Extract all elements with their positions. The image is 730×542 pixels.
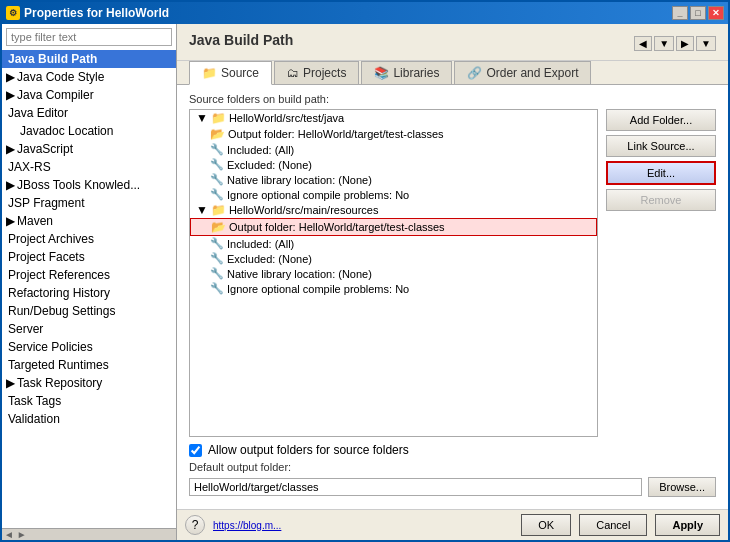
tree-item-excluded2[interactable]: 🔧 Excluded: (None) <box>190 251 597 266</box>
sidebar-item-javadoc[interactable]: Javadoc Location <box>2 122 176 140</box>
panel-title: Java Build Path <box>189 32 293 48</box>
sidebar-item-java-compiler[interactable]: ▶ Java Compiler <box>2 86 176 104</box>
tab-projects[interactable]: 🗂 Projects <box>274 61 359 84</box>
sidebar-scroll-info: ◄ ► <box>4 529 27 540</box>
folder-icon: 📁 <box>211 203 226 217</box>
edit-button[interactable]: Edit... <box>606 161 716 185</box>
tab-libraries-label: Libraries <box>393 66 439 80</box>
ok-button[interactable]: OK <box>521 514 571 536</box>
sidebar-item-targeted-runtimes[interactable]: Targeted Runtimes <box>2 356 176 374</box>
nav-forward-button[interactable]: ▶ <box>676 36 694 51</box>
right-panel: Java Build Path ◀ ▼ ▶ ▼ 📁 Source 🗂 <box>177 24 728 540</box>
sidebar-item-jboss[interactable]: ▶ JBoss Tools Knowled... <box>2 176 176 194</box>
filter-input[interactable] <box>6 28 172 46</box>
sidebar-label: Java Code Style <box>17 70 104 84</box>
sidebar-item-service-policies[interactable]: Service Policies <box>2 338 176 356</box>
tree-item-src-test-java[interactable]: ▼ 📁 HelloWorld/src/test/java <box>190 110 597 126</box>
tree-item-excluded[interactable]: 🔧 Excluded: (None) <box>190 157 597 172</box>
tree-text: HelloWorld/src/test/java <box>229 112 344 124</box>
tree-item-native-lib[interactable]: 🔧 Native library location: (None) <box>190 172 597 187</box>
browse-button[interactable]: Browse... <box>648 477 716 497</box>
sidebar-item-jax-rs[interactable]: JAX-RS <box>2 158 176 176</box>
output-folder-input[interactable] <box>189 478 642 496</box>
close-button[interactable]: ✕ <box>708 6 724 20</box>
tree-item-native-lib2[interactable]: 🔧 Native library location: (None) <box>190 266 597 281</box>
sidebar-item-project-facets[interactable]: Project Facets <box>2 248 176 266</box>
minimize-button[interactable]: _ <box>672 6 688 20</box>
content-area: Source folders on build path: ▼ 📁 HelloW… <box>177 85 728 509</box>
apply-button[interactable]: Apply <box>655 514 720 536</box>
sidebar-label: JavaScript <box>17 142 73 156</box>
tree-item-ignore-compile2[interactable]: 🔧 Ignore optional compile problems: No <box>190 281 597 296</box>
window-title: Properties for HelloWorld <box>24 6 169 20</box>
sidebar-item-project-references[interactable]: Project References <box>2 266 176 284</box>
nav-forward-dropdown-button[interactable]: ▼ <box>696 36 716 51</box>
output-folder-label: Default output folder: <box>189 461 716 473</box>
sidebar-arrow: ▶ <box>6 142 15 156</box>
nav-back-button[interactable]: ◀ <box>634 36 652 51</box>
remove-button[interactable]: Remove <box>606 189 716 211</box>
tab-order-export[interactable]: 🔗 Order and Export <box>454 61 591 84</box>
sidebar: Java Build Path ▶ Java Code Style ▶ Java… <box>2 24 177 540</box>
sidebar-label: Server <box>8 322 43 336</box>
tab-source[interactable]: 📁 Source <box>189 61 272 85</box>
sidebar-arrow: ▶ <box>6 88 15 102</box>
tree-scroll[interactable]: ▼ 📁 HelloWorld/src/test/java 📂 Output fo… <box>190 110 597 436</box>
help-button[interactable]: ? <box>185 515 205 535</box>
sidebar-label: Validation <box>8 412 60 426</box>
sidebar-label: JBoss Tools Knowled... <box>17 178 140 192</box>
sidebar-item-maven[interactable]: ▶ Maven <box>2 212 176 230</box>
sidebar-item-jsp-fragment[interactable]: JSP Fragment <box>2 194 176 212</box>
output-folder-row: Default output folder: Browse... <box>189 461 716 501</box>
sidebar-item-refactoring-history[interactable]: Refactoring History <box>2 284 176 302</box>
cancel-button[interactable]: Cancel <box>579 514 647 536</box>
maximize-button[interactable]: □ <box>690 6 706 20</box>
tree-item-included2[interactable]: 🔧 Included: (All) <box>190 236 597 251</box>
tab-libraries[interactable]: 📚 Libraries <box>361 61 452 84</box>
tree-item-ignore-compile[interactable]: 🔧 Ignore optional compile problems: No <box>190 187 597 202</box>
tree-text: Ignore optional compile problems: No <box>227 283 409 295</box>
tree-item-output-test[interactable]: 📂 Output folder: HelloWorld/target/test-… <box>190 126 597 142</box>
sidebar-arrow: ▶ <box>6 70 15 84</box>
sidebar-item-java-code-style[interactable]: ▶ Java Code Style <box>2 68 176 86</box>
link-source-button[interactable]: Link Source... <box>606 135 716 157</box>
sidebar-label: Java Build Path <box>8 52 97 66</box>
tree-item-included[interactable]: 🔧 Included: (All) <box>190 142 597 157</box>
sidebar-item-java-editor[interactable]: Java Editor <box>2 104 176 122</box>
tree-container: ▼ 📁 HelloWorld/src/test/java 📂 Output fo… <box>189 109 598 437</box>
sidebar-item-task-repository[interactable]: ▶ Task Repository <box>2 374 176 392</box>
sidebar-arrow: ▶ <box>6 214 15 228</box>
allow-output-checkbox[interactable] <box>189 444 202 457</box>
sidebar-item-project-archives[interactable]: Project Archives <box>2 230 176 248</box>
nav-arrows: ◀ ▼ ▶ ▼ <box>634 36 716 51</box>
sidebar-label: Run/Debug Settings <box>8 304 115 318</box>
sidebar-item-task-tags[interactable]: Task Tags <box>2 392 176 410</box>
item-icon: 🔧 <box>210 237 224 250</box>
footer-link[interactable]: https://blog.m... <box>213 520 281 531</box>
sidebar-item-validation[interactable]: Validation <box>2 410 176 428</box>
add-folder-button[interactable]: Add Folder... <box>606 109 716 131</box>
sidebar-item-javascript[interactable]: ▶ JavaScript <box>2 140 176 158</box>
tree-text: Native library location: (None) <box>227 174 372 186</box>
title-bar-left: ⚙ Properties for HelloWorld <box>6 6 169 20</box>
tree-item-src-main-resources[interactable]: ▼ 📁 HelloWorld/src/main/resources <box>190 202 597 218</box>
tree-text: Native library location: (None) <box>227 268 372 280</box>
sidebar-item-server[interactable]: Server <box>2 320 176 338</box>
sidebar-label: Service Policies <box>8 340 93 354</box>
output-icon: 📂 <box>211 220 226 234</box>
sidebar-label: JSP Fragment <box>8 196 84 210</box>
buttons-panel: Add Folder... Link Source... Edit... Rem… <box>606 109 716 437</box>
sidebar-label: Maven <box>17 214 53 228</box>
title-bar: ⚙ Properties for HelloWorld _ □ ✕ <box>2 2 728 24</box>
nav-dropdown-button[interactable]: ▼ <box>654 36 674 51</box>
bottom-bar: ? https://blog.m... OK Cancel Apply <box>177 509 728 540</box>
item-icon: 🔧 <box>210 282 224 295</box>
sidebar-label: Project Facets <box>8 250 85 264</box>
sidebar-item-java-build-path[interactable]: Java Build Path <box>2 50 176 68</box>
title-buttons: _ □ ✕ <box>672 6 724 20</box>
tree-item-output-main-selected[interactable]: 📂 Output folder: HelloWorld/target/test-… <box>190 218 597 236</box>
sidebar-arrow: ▶ <box>6 376 15 390</box>
allow-output-label[interactable]: Allow output folders for source folders <box>208 443 409 457</box>
sidebar-item-run-debug[interactable]: Run/Debug Settings <box>2 302 176 320</box>
sidebar-label: JAX-RS <box>8 160 51 174</box>
